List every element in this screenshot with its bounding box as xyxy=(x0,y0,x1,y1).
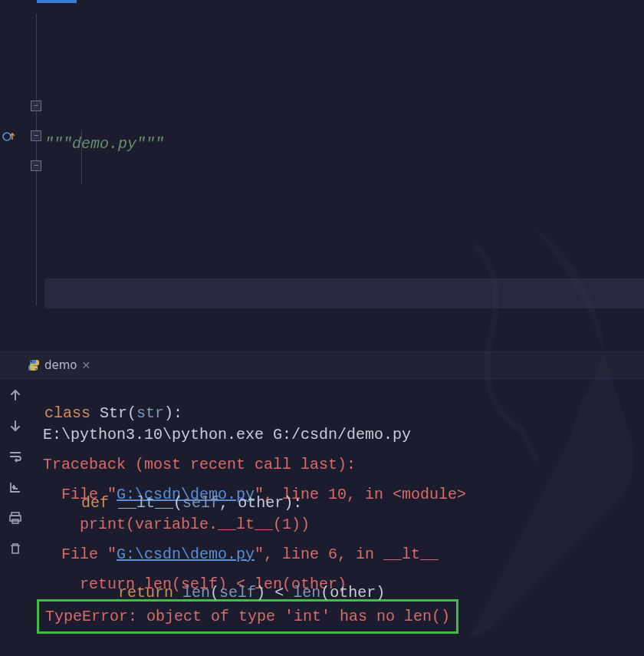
trash-icon[interactable] xyxy=(7,540,24,557)
arrow-up-icon[interactable] xyxy=(7,387,24,404)
scroll-to-end-icon[interactable] xyxy=(7,479,24,496)
console-toolbar xyxy=(0,379,31,656)
code-line[interactable]: def __lt__(self, other): xyxy=(44,488,644,518)
arrow-down-icon[interactable] xyxy=(7,417,24,434)
docstring: """demo.py""" xyxy=(44,135,164,153)
python-icon xyxy=(28,359,40,371)
fold-toggle[interactable]: − xyxy=(31,130,41,141)
fold-toggle[interactable]: − xyxy=(31,101,41,111)
code-line[interactable]: """demo.py""" xyxy=(44,129,644,159)
fold-toggle[interactable]: − xyxy=(31,160,41,171)
editor-pane[interactable]: − − − """demo.py""" class Str(str): def … xyxy=(0,0,644,351)
code-area[interactable]: """demo.py""" class Str(str): def __lt__… xyxy=(44,0,644,351)
print-icon[interactable] xyxy=(7,509,24,526)
override-icon[interactable] xyxy=(2,129,17,144)
code-line[interactable]: class Str(str): xyxy=(44,398,644,428)
gutter: − − − xyxy=(0,0,44,351)
code-line[interactable]: return len(self) < len(other) xyxy=(44,578,644,608)
soft-wrap-icon[interactable] xyxy=(7,448,24,465)
svg-rect-4 xyxy=(10,516,21,521)
svg-point-2 xyxy=(35,368,37,370)
svg-point-0 xyxy=(3,133,11,140)
svg-point-1 xyxy=(31,361,32,362)
